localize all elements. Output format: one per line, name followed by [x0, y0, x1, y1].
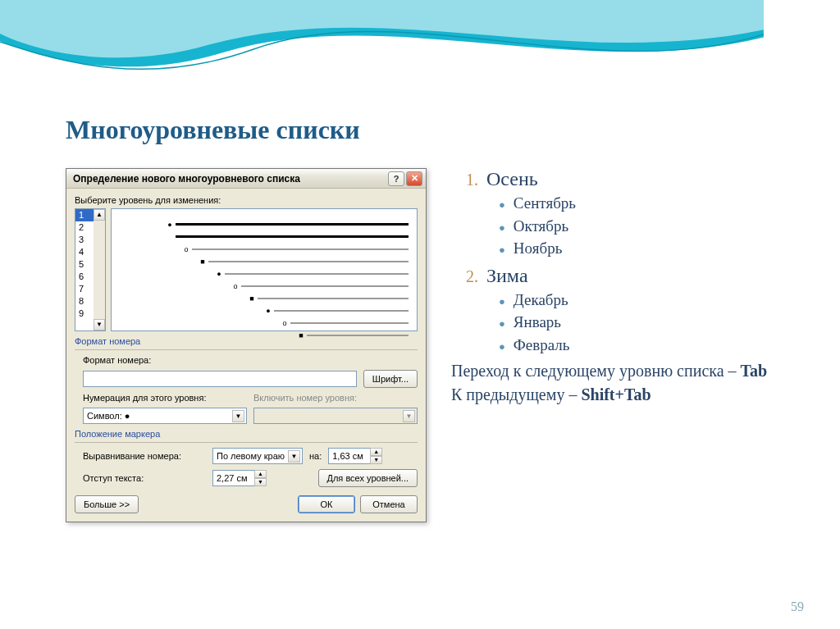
- list-subitem: Ноябрь: [499, 237, 791, 260]
- numbering-type-select[interactable]: Символ: ● ▼: [83, 408, 247, 424]
- list-item: 2.Зима Декабрь Январь Февраль: [466, 265, 791, 357]
- separator: [75, 442, 418, 443]
- level-item[interactable]: 9: [75, 308, 95, 320]
- more-button[interactable]: Больше >>: [75, 495, 139, 513]
- numbering-type-label: Нумерация для этого уровня:: [83, 393, 247, 403]
- text-indent-spinner[interactable]: ▲ ▼: [212, 470, 267, 486]
- include-level-select: ▼: [253, 408, 418, 424]
- chevron-down-icon: ▼: [403, 410, 415, 422]
- page-number: 59: [791, 599, 804, 614]
- number-format-input[interactable]: [83, 371, 357, 387]
- list-subitem: Сентябрь: [499, 192, 791, 215]
- at-label: на:: [309, 451, 322, 461]
- scroll-up-icon[interactable]: ▲: [94, 209, 105, 221]
- aligned-at-input[interactable]: [328, 448, 371, 464]
- level-scrollbar[interactable]: ▲ ▼: [94, 209, 105, 330]
- list-subitem: Январь: [499, 311, 791, 334]
- list-preview: ● o ■ ● o ■ ● o ■: [111, 208, 418, 331]
- help-button[interactable]: ?: [388, 171, 404, 186]
- aligned-at-spinner[interactable]: ▲ ▼: [328, 448, 382, 464]
- chevron-down-icon: ▼: [232, 410, 244, 422]
- level-item[interactable]: 3: [75, 234, 95, 246]
- level-item[interactable]: 5: [75, 258, 95, 271]
- dialog-title: Определение нового многоуровневого списк…: [73, 173, 386, 185]
- note-prev-level: К предыдущему – Shift+Tab: [451, 385, 791, 405]
- spin-down-icon[interactable]: ▼: [370, 456, 382, 464]
- dialog-titlebar[interactable]: Определение нового многоуровневого списк…: [66, 169, 426, 189]
- separator: [75, 349, 418, 350]
- cancel-button[interactable]: Отмена: [360, 495, 418, 513]
- alignment-label: Выравнивание номера:: [83, 451, 206, 461]
- multilevel-list-dialog: Определение нового многоуровневого списк…: [66, 168, 427, 522]
- chevron-down-icon: ▼: [288, 450, 300, 463]
- close-button[interactable]: ✕: [406, 171, 422, 186]
- number-format-label: Формат номера:: [83, 355, 206, 365]
- scroll-down-icon[interactable]: ▼: [94, 319, 105, 330]
- font-button[interactable]: Шрифт...: [363, 370, 418, 388]
- alignment-select[interactable]: По левому краю ▼: [212, 448, 303, 464]
- level-item[interactable]: 2: [75, 221, 95, 234]
- level-item[interactable]: 1: [75, 209, 95, 221]
- select-level-label: Выберите уровень для изменения:: [75, 195, 418, 205]
- note-next-level: Переход к следующему уровню списка – Tab: [451, 361, 791, 381]
- spin-down-icon[interactable]: ▼: [254, 478, 267, 486]
- spin-up-icon[interactable]: ▲: [254, 470, 267, 478]
- example-list: 1.Осень Сентябрь Октябрь Ноябрь 2.Зима Д…: [451, 168, 791, 405]
- text-indent-label: Отступ текста:: [83, 473, 206, 483]
- spin-up-icon[interactable]: ▲: [370, 448, 382, 456]
- include-level-label: Включить номер уровня:: [253, 393, 418, 403]
- list-subitem: Декабрь: [499, 289, 791, 312]
- list-subitem: Февраль: [499, 334, 791, 357]
- level-listbox[interactable]: 1 2 3 4 5 6 7 8 9 ▲ ▼: [75, 208, 106, 331]
- text-indent-input[interactable]: [212, 470, 255, 486]
- level-item[interactable]: 4: [75, 246, 95, 258]
- level-item[interactable]: 6: [75, 271, 95, 283]
- position-section-label: Положение маркера: [75, 429, 418, 439]
- ok-button[interactable]: ОК: [298, 495, 355, 513]
- list-subitem: Октябрь: [499, 215, 791, 238]
- list-item: 1.Осень Сентябрь Октябрь Ноябрь: [466, 168, 791, 260]
- level-item[interactable]: 7: [75, 283, 95, 295]
- level-item[interactable]: 8: [75, 295, 95, 308]
- slide-title: Многоуровневые списки: [66, 115, 791, 145]
- all-levels-button[interactable]: Для всех уровней...: [318, 469, 418, 487]
